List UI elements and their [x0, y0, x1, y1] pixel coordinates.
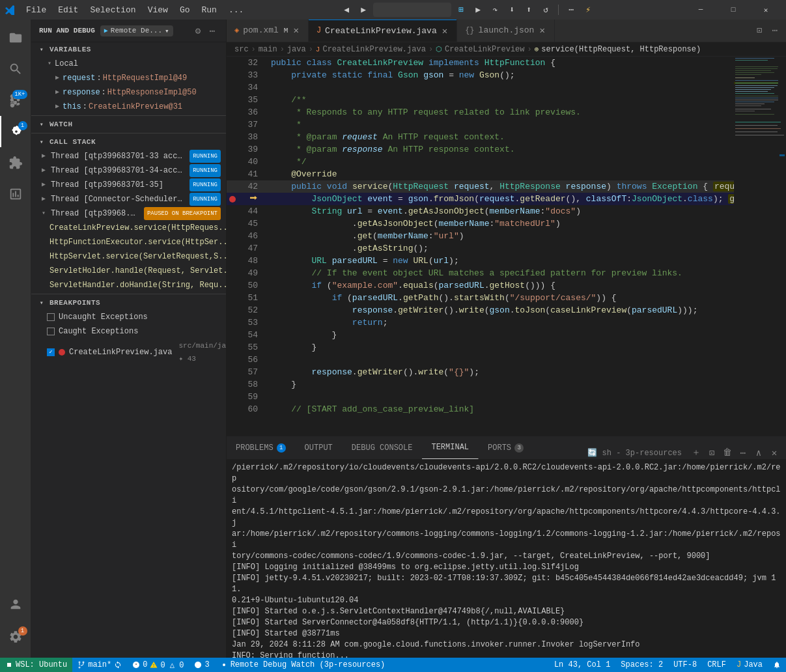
terminal-content[interactable]: /pierrick/.m2/repository/io/cloudevents/… [227, 460, 786, 658]
panel-tab-ports[interactable]: PORTS 3 [479, 436, 533, 459]
frame-5[interactable]: ServletHandler.doHandle(String, Requ... [31, 278, 226, 292]
status-debug-watch[interactable]: Remote Debug Watch (3p-resources) [215, 658, 391, 672]
variables-section-header[interactable]: ▾ VARIABLES [31, 42, 226, 57]
callstack-section-header[interactable]: ▾ CALL STACK [31, 135, 226, 149]
var-request[interactable]: ▶ request : HttpRequestImpl@49 [31, 71, 226, 85]
thread-5[interactable]: ▾ Thread [qtp39968...] PAUSED ON BREAKPO… [31, 206, 226, 221]
bc-method[interactable]: service(HttpRequest, HttpResponse) [541, 45, 701, 54]
new-terminal-btn[interactable]: ＋ [690, 446, 703, 459]
layout-button[interactable]: ⊞ [454, 3, 468, 17]
tab-launch-json[interactable]: {} launch.json ✕ [457, 20, 555, 42]
code-view[interactable]: 32 public class CreateLinkPreview implem… [227, 57, 734, 436]
step-over-btn[interactable]: ↷ [488, 3, 502, 17]
continue-btn[interactable]: ▶ [471, 3, 485, 17]
menu-view[interactable]: View [143, 4, 173, 16]
close-button[interactable]: ✕ [751, 0, 781, 20]
activity-account[interactable] [0, 589, 31, 620]
local-group[interactable]: ▾ Local [31, 57, 226, 71]
activity-search[interactable] [0, 53, 31, 85]
step-into-btn[interactable]: ⬇ [505, 3, 519, 17]
back-button[interactable]: ◀ [339, 3, 354, 17]
debug-config-dropdown[interactable]: ▶ Remote De... ▾ [100, 25, 173, 36]
tab-java-close[interactable]: ✕ [441, 25, 449, 37]
forward-button[interactable]: ▶ [356, 3, 371, 17]
bc-src[interactable]: src [234, 45, 249, 54]
var-this[interactable]: ▶ this : CreateLinkPreview@31 [31, 100, 226, 114]
status-language[interactable]: J Java [731, 658, 768, 672]
step-out-btn[interactable]: ⬆ [522, 3, 536, 17]
status-encoding[interactable]: UTF-8 [668, 658, 702, 672]
source-control-badge: 1K+ [12, 90, 27, 99]
tab-create-link-preview[interactable]: J CreateLinkPreview.java ✕ [309, 20, 457, 42]
trash-btn[interactable]: 🗑 [721, 446, 734, 459]
activity-remote[interactable] [0, 178, 31, 210]
watch-section-header[interactable]: ▾ WATCH [31, 117, 226, 132]
activity-extensions[interactable] [0, 147, 31, 178]
activity-source-control[interactable]: 1K+ [0, 85, 31, 116]
tab-pom-xml-close[interactable]: ✕ [292, 24, 300, 36]
status-line-ending[interactable]: CRLF [702, 658, 731, 672]
breakpoints-section-header[interactable]: ▾ BREAKPOINTS [31, 296, 226, 310]
frame-2[interactable]: HttpFunctionExecutor.service(HttpSer... [31, 235, 226, 249]
menu-file[interactable]: File [21, 4, 51, 16]
tab-json-close[interactable]: ✕ [538, 24, 546, 36]
panel-tab-terminal[interactable]: TERMINAL [422, 436, 479, 459]
close-panel-btn[interactable]: ✕ [768, 446, 781, 459]
maximize-panel-btn[interactable]: ∧ [752, 446, 765, 459]
activity-explorer[interactable] [0, 22, 31, 53]
maximize-button[interactable]: □ [718, 0, 748, 20]
frame-1[interactable]: CreateLinkPreview.service(HttpReques... [31, 221, 226, 235]
thread-1[interactable]: ▶ Thread [qtp399683701-33 acce... RUNNIN… [31, 149, 226, 163]
panel-tab-debug-console[interactable]: DEBUG CONSOLE [343, 436, 423, 459]
frame-4[interactable]: ServletHolder.handle(Request, Servlet... [31, 264, 226, 278]
minimize-button[interactable]: ─ [686, 0, 716, 20]
tab-pom-xml[interactable]: ◈ pom.xml M ✕ [227, 20, 309, 42]
status-remote[interactable]: WSL: Ubuntu [0, 658, 72, 672]
bp-uncaught[interactable]: Uncaught Exceptions [31, 310, 226, 324]
status-branch[interactable]: main* [72, 658, 127, 672]
status-ports[interactable]: 3 [189, 658, 214, 672]
term-line-9: [INFO] Started o.e.j.s.ServletContextHan… [232, 606, 781, 617]
thread-4[interactable]: ▶ Thread [Connector-Scheduler-... RUNNIN… [31, 192, 226, 206]
more-tabs-btn[interactable]: ⋯ [768, 23, 782, 38]
bp-caught-checkbox[interactable] [47, 328, 55, 335]
restart-btn[interactable]: ↺ [539, 3, 553, 17]
more-debug-btn[interactable]: ⋯ [564, 3, 578, 17]
activity-run-debug[interactable]: 1 [0, 116, 31, 147]
status-errors[interactable]: 0 0 △ 0 [127, 658, 189, 672]
status-notifications[interactable] [768, 658, 786, 672]
split-terminal-btn[interactable]: ⊡ [705, 446, 718, 459]
bc-class[interactable]: CreateLinkPreview [445, 45, 524, 54]
debug-settings-btn[interactable]: ⚙ [192, 25, 204, 36]
bp-file[interactable]: ✓ CreateLinkPreview.java src/main/java ✦… [31, 339, 226, 366]
bp-file-checkbox[interactable]: ✓ [47, 348, 55, 356]
menu-run[interactable]: Run [196, 4, 221, 16]
status-spaces[interactable]: Spaces: 2 [615, 658, 668, 672]
activity-settings[interactable]: 1 [0, 621, 31, 652]
code-editor[interactable]: 32 public class CreateLinkPreview implem… [227, 57, 786, 436]
problems-label: PROBLEMS [236, 443, 274, 453]
bp-uncaught-checkbox[interactable] [47, 313, 55, 321]
activity-bar-bottom: 1 [0, 589, 31, 658]
panel-tab-output[interactable]: OUTPUT [296, 436, 343, 459]
bc-main[interactable]: main [259, 45, 277, 54]
thread-3[interactable]: ▶ Thread [qtp399683701-35] RUNNING [31, 178, 226, 192]
status-position[interactable]: Ln 43, Col 1 [549, 658, 615, 672]
bc-java[interactable]: java [287, 45, 306, 54]
menu-more[interactable]: ... [223, 4, 249, 16]
frame-3[interactable]: HttpServlet.service(ServletRequest,S... [31, 249, 226, 264]
bp-caught[interactable]: Caught Exceptions [31, 324, 226, 339]
menu-go[interactable]: Go [175, 4, 195, 16]
bc-file[interactable]: CreateLinkPreview.java [322, 45, 425, 54]
menu-selection[interactable]: Selection [85, 4, 141, 16]
sidebar-scroll[interactable]: ▾ VARIABLES ▾ Local ▶ request : HttpRequ… [31, 42, 226, 658]
panel-tab-problems[interactable]: PROBLEMS 1 [227, 436, 296, 459]
debug-more-btn[interactable]: ⋯ [206, 25, 218, 36]
search-box[interactable] [373, 3, 451, 17]
more-panel-btn[interactable]: ⋯ [737, 446, 750, 459]
split-editor-btn[interactable]: ⊡ [752, 23, 766, 38]
var-response[interactable]: ▶ response : HttpResponseImpl@50 [31, 85, 226, 100]
hot-reload-btn[interactable]: ⚡ [581, 3, 595, 17]
menu-edit[interactable]: Edit [53, 4, 83, 16]
thread-2[interactable]: ▶ Thread [qtp399683701-34-acce... RUNNIN… [31, 163, 226, 178]
